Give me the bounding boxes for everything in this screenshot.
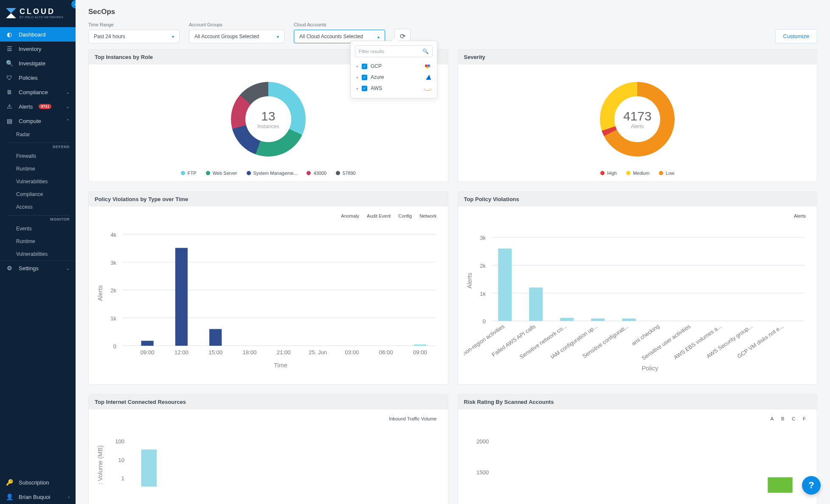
legend-item: System Manageme... xyxy=(253,171,298,176)
subnav-firewalls[interactable]: Firewalls xyxy=(0,150,76,162)
nav-compliance[interactable]: 🗎 Compliance ⌄ xyxy=(0,85,76,99)
legend-item: Alerts xyxy=(794,213,806,218)
dropdown-search[interactable]: 🔍 xyxy=(355,45,433,57)
subnav-access[interactable]: Access xyxy=(0,201,76,213)
filter-label: Account Groups xyxy=(189,22,284,27)
svg-text:Alerts: Alerts xyxy=(97,285,104,301)
svg-text:10: 10 xyxy=(118,457,124,463)
card-title: Top Policy Violations xyxy=(458,192,817,207)
legend-item: 57890 xyxy=(343,171,356,176)
chevron-up-icon: ▴ xyxy=(377,34,380,39)
donut-value: 13 xyxy=(261,109,275,123)
filter-account-groups: Account Groups All Account Groups Select… xyxy=(189,22,284,43)
svg-text:0: 0 xyxy=(113,343,116,350)
dropdown-search-input[interactable] xyxy=(359,49,422,54)
subnav-vulnerabilities-monitor[interactable]: Vulnerabilities xyxy=(0,248,76,260)
select-value: All Cloud Accounts Selected xyxy=(299,34,363,39)
chevron-down-icon: ⌄ xyxy=(66,104,70,109)
main-content: SecOps Time Range Past 24 hours ▾ Accoun… xyxy=(76,0,830,504)
svg-text:1500: 1500 xyxy=(476,469,489,476)
svg-rect-33 xyxy=(498,249,512,321)
subnav-runtime-defend[interactable]: Runtime xyxy=(0,162,76,175)
nav-user[interactable]: 👤 Brian Buquoi › xyxy=(0,490,76,504)
nav-label: Settings xyxy=(19,265,39,272)
gear-icon: ⚙ xyxy=(6,265,13,272)
checkbox-checked-icon[interactable]: ✓ xyxy=(362,75,367,80)
nav-label: Compliance xyxy=(19,89,48,95)
subnav-runtime-monitor[interactable]: Runtime xyxy=(0,235,76,248)
svg-text:15:00: 15:00 xyxy=(208,349,222,356)
customize-button[interactable]: Customize xyxy=(775,29,817,43)
internet-resources-legend: Inbound Traffic Volume xyxy=(95,415,442,425)
svg-rect-36 xyxy=(591,319,605,321)
top-violations-legend: Alerts xyxy=(464,213,811,222)
svg-rect-10 xyxy=(141,341,153,346)
nav-investigate[interactable]: 🔍 Investigate xyxy=(0,56,76,70)
instances-legend: FTP Web Server System Manageme... 43000 … xyxy=(95,171,442,176)
chevron-up-icon: ⌃ xyxy=(66,118,70,124)
nav-label: Dashboard xyxy=(19,31,46,38)
subnav-compliance-defend[interactable]: Compliance xyxy=(0,188,76,201)
filter-cloud-accounts: Cloud Accounts All Cloud Accounts Select… xyxy=(294,22,385,43)
filter-time-range: Time Range Past 24 hours ▾ xyxy=(88,22,180,43)
legend-item: FTP xyxy=(188,171,197,176)
card-title: Severity xyxy=(458,50,817,64)
dropdown-option-aws[interactable]: ▸ ✓ AWS xyxy=(351,83,437,94)
svg-rect-53 xyxy=(141,449,156,487)
svg-text:: Volume (MB): : Volume (MB) xyxy=(97,445,104,484)
gcp-logo-icon xyxy=(424,64,431,69)
checkbox-checked-icon[interactable]: ✓ xyxy=(362,64,367,69)
legend-item: B xyxy=(781,416,784,421)
option-label: Azure xyxy=(371,74,384,80)
azure-logo-icon xyxy=(426,75,431,80)
nav-compute[interactable]: ▤ Compute ⌃ xyxy=(0,114,76,128)
svg-text:12:00: 12:00 xyxy=(174,349,189,356)
nav-settings[interactable]: ⚙ Settings ⌄ xyxy=(0,261,76,275)
select-time-range[interactable]: Past 24 hours ▾ xyxy=(88,30,180,43)
svg-text:Time: Time xyxy=(274,362,287,369)
svg-rect-11 xyxy=(175,248,188,346)
subnav-radar[interactable]: Radar xyxy=(0,128,76,141)
risk-rating-bar-chart: 2000 1500 xyxy=(464,425,811,499)
svg-text:4k: 4k xyxy=(110,232,116,238)
nav-label: Subscription xyxy=(19,479,49,486)
brand-logo: CLOUD BY PALO ALTO NETWORKS xyxy=(0,0,76,27)
svg-text:09:00: 09:00 xyxy=(141,349,155,356)
donut-label: Instances xyxy=(257,123,279,129)
sidebar-footer: 🔑 Subscription 👤 Brian Buquoi › xyxy=(0,475,76,504)
nav-subscription[interactable]: 🔑 Subscription xyxy=(0,475,76,490)
dropdown-option-gcp[interactable]: ▸ ✓ GCP xyxy=(351,61,437,72)
legend-item: High xyxy=(607,171,617,176)
gauge-icon: ◐ xyxy=(6,31,13,38)
caret-right-icon: ▸ xyxy=(357,76,358,79)
nav-label: Alerts xyxy=(19,104,33,110)
checkbox-checked-icon[interactable]: ✓ xyxy=(362,86,367,91)
svg-rect-13 xyxy=(414,344,426,346)
nav-dashboard[interactable]: ◐ Dashboard xyxy=(0,27,76,42)
donut-label: Alerts xyxy=(631,123,644,129)
select-account-groups[interactable]: All Account Groups Selected ▾ xyxy=(189,30,284,43)
chevron-down-icon: ⌄ xyxy=(66,266,70,271)
legend-item: Config xyxy=(398,213,412,218)
svg-text:1k: 1k xyxy=(480,291,486,297)
primary-nav: ◐ Dashboard ☰ Inventory 🔍 Investigate 🛡 … xyxy=(0,27,76,475)
user-icon: 👤 xyxy=(6,493,13,500)
subnav-events[interactable]: Events xyxy=(0,222,76,235)
legend-item: 43000 xyxy=(313,171,326,176)
filter-label: Time Range xyxy=(88,22,180,27)
filter-bar: Time Range Past 24 hours ▾ Account Group… xyxy=(88,22,817,43)
key-icon: 🔑 xyxy=(6,479,13,486)
brand-name: CLOUD xyxy=(20,8,64,16)
select-value: Past 24 hours xyxy=(94,34,125,39)
help-button[interactable]: ? xyxy=(802,476,821,495)
nav-policies[interactable]: 🛡 Policies xyxy=(0,70,76,85)
list-icon: ☰ xyxy=(6,45,13,52)
card-top-policy-violations: Top Policy Violations Alerts 0 1k 2k 3k xyxy=(458,191,818,385)
subnav-vulnerabilities-defend[interactable]: Vulnerabilities xyxy=(0,175,76,188)
legend-item: Web Server xyxy=(213,171,237,176)
search-icon: 🔍 xyxy=(422,48,429,54)
dropdown-option-azure[interactable]: ▸ ✓ Azure xyxy=(351,72,437,83)
shield-icon: 🛡 xyxy=(6,74,13,81)
nav-inventory[interactable]: ☰ Inventory xyxy=(0,42,76,56)
nav-alerts[interactable]: ⚠ Alerts 9711 ⌄ xyxy=(0,99,76,114)
